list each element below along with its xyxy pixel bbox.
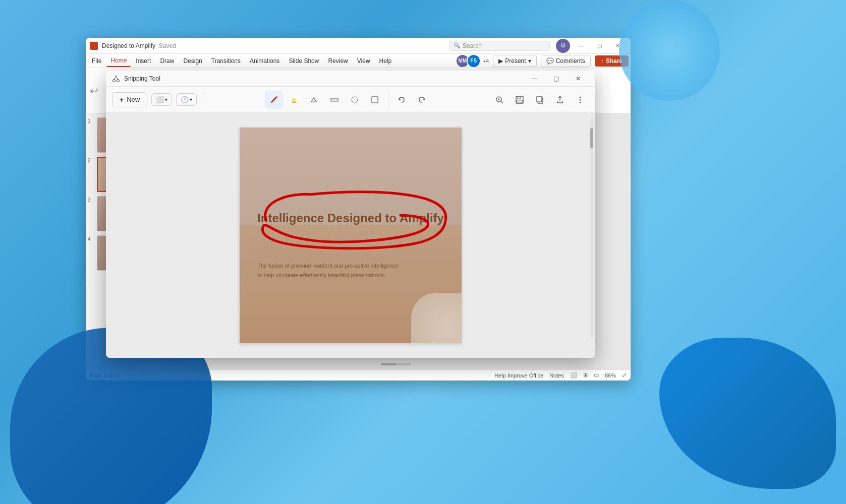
- fullscreen-icon[interactable]: ⤢: [622, 372, 627, 379]
- help-improve: Help Improve Office: [494, 372, 543, 379]
- menu-animations[interactable]: Animations: [246, 55, 284, 67]
- snip-slide-decoration: [411, 293, 462, 343]
- snip-timer-icon: 🕐: [181, 96, 189, 103]
- menu-insert[interactable]: Insert: [132, 55, 155, 67]
- slide-num-2: 2: [88, 157, 95, 163]
- menu-draw[interactable]: Draw: [156, 55, 178, 67]
- comments-button[interactable]: 💬 Comments: [541, 55, 591, 67]
- tools-separator: [388, 92, 388, 107]
- line-icon: [330, 95, 339, 104]
- crop-icon: [370, 95, 379, 104]
- crop-tool-button[interactable]: [366, 91, 384, 109]
- svg-rect-20: [517, 100, 523, 103]
- snip-slide-subtitle: The fusion of premium content and pro-ac…: [257, 261, 444, 280]
- horizontal-scrollbar[interactable]: [381, 363, 411, 365]
- ppt-title: Designed to Amplify Saved: [102, 42, 449, 49]
- snip-app-name: Snipping Tool: [124, 75, 523, 82]
- snip-window-controls: — ▢ ✕: [523, 71, 589, 87]
- snip-mode-icon: ⬜: [156, 96, 164, 103]
- ppt-minimize-button[interactable]: —: [572, 38, 590, 54]
- menu-transitions[interactable]: Transitions: [207, 55, 245, 67]
- collab-count: +4: [483, 58, 489, 64]
- share-icon: [555, 95, 565, 104]
- collab-avatar-fs: FS: [467, 54, 481, 68]
- menu-review[interactable]: Review: [324, 55, 352, 67]
- snip-new-label: New: [127, 96, 140, 103]
- svg-rect-11: [372, 97, 378, 103]
- snip-new-button[interactable]: + New: [112, 92, 147, 107]
- snip-mode-chevron: ▾: [165, 97, 167, 102]
- snip-slide-title: Intelligence Designed to Amplify: [257, 211, 444, 225]
- svg-line-2: [114, 77, 116, 80]
- save-button[interactable]: [511, 91, 529, 109]
- more-options-button[interactable]: [571, 91, 589, 109]
- user-avatar: U: [556, 39, 570, 53]
- snip-minimize-button[interactable]: —: [523, 71, 545, 87]
- menu-file[interactable]: File: [88, 55, 105, 67]
- svg-point-25: [579, 99, 581, 100]
- present-button[interactable]: ▶ Present ▾: [493, 55, 536, 67]
- ppt-save-status: Saved: [159, 42, 176, 49]
- svg-rect-5: [292, 102, 296, 103]
- zoom-in-button[interactable]: [490, 91, 509, 109]
- copy-button[interactable]: [531, 91, 549, 109]
- snip-subtitle-line2: to help us create effortlessly beautiful…: [257, 272, 385, 278]
- drawing-tools: [265, 91, 431, 109]
- slide-top-area: [240, 128, 462, 225]
- svg-rect-22: [537, 96, 542, 102]
- snip-scrollbar[interactable]: [590, 118, 593, 338]
- snip-redo-button[interactable]: [413, 91, 431, 109]
- zoom-icon: [495, 95, 504, 104]
- undo-icon: [397, 95, 406, 104]
- snip-mode-button[interactable]: ⬜ ▾: [151, 93, 172, 106]
- ppt-search-box[interactable]: 🔍 Search: [449, 41, 550, 51]
- svg-rect-18: [516, 96, 523, 103]
- menu-help[interactable]: Help: [375, 55, 396, 67]
- notes-button[interactable]: Notes: [549, 372, 564, 379]
- snip-canvas[interactable]: Intelligence Designed to Amplify The fus…: [106, 113, 595, 358]
- ruler-tool-button[interactable]: [325, 91, 344, 109]
- snipping-tool-window: Snipping Tool — ▢ ✕ + New ⬜ ▾ 🕐 ▾: [106, 71, 595, 358]
- plus-icon: +: [120, 96, 124, 104]
- snip-titlebar: Snipping Tool — ▢ ✕: [106, 71, 595, 87]
- highlighter-tool-button[interactable]: [285, 91, 303, 109]
- snipping-tool-logo-icon: [112, 75, 120, 83]
- view-normal-icon[interactable]: ⬜: [570, 372, 577, 379]
- svg-point-26: [579, 101, 581, 103]
- ppt-maximize-button[interactable]: ▢: [590, 38, 608, 54]
- menu-home[interactable]: Home: [106, 55, 131, 67]
- eraser-tool-button[interactable]: [305, 91, 323, 109]
- menu-slideshow[interactable]: Slide Show: [285, 55, 323, 67]
- save-icon: [515, 95, 524, 104]
- zoom-level: 86%: [605, 372, 616, 379]
- lasso-tool-button[interactable]: [346, 91, 364, 109]
- snip-maximize-button[interactable]: ▢: [545, 71, 567, 87]
- snip-undo-button[interactable]: [392, 91, 411, 109]
- menu-view[interactable]: View: [353, 55, 374, 67]
- comments-label: Comments: [556, 57, 585, 65]
- snip-slide-image: Intelligence Designed to Amplify The fus…: [240, 128, 462, 343]
- svg-point-24: [579, 96, 581, 98]
- menu-design[interactable]: Design: [179, 55, 206, 67]
- horizontal-scrollbar-thumb: [381, 363, 396, 365]
- ppt-user-avatar-btn[interactable]: U: [554, 38, 572, 54]
- svg-line-3: [116, 77, 118, 80]
- slide-num-4: 4: [88, 235, 95, 242]
- snip-toolbar: + New ⬜ ▾ 🕐 ▾: [106, 87, 595, 113]
- share-icon: ↑: [601, 57, 604, 65]
- search-label: Search: [463, 42, 482, 49]
- slide-num-3: 3: [88, 196, 95, 203]
- ribbon-undo-icon[interactable]: ↩: [90, 85, 98, 96]
- lasso-icon: [350, 95, 359, 104]
- ppt-window-controls: U — ▢ ✕: [554, 38, 627, 54]
- win11-blob-3: [619, 0, 720, 101]
- view-reading-icon[interactable]: ▭: [594, 372, 599, 379]
- view-slide-sorter-icon[interactable]: ⊞: [583, 372, 588, 379]
- snip-close-button[interactable]: ✕: [567, 71, 589, 87]
- svg-point-1: [117, 79, 120, 82]
- share-snip-button[interactable]: [551, 91, 569, 109]
- pen-tool-button[interactable]: [265, 91, 283, 109]
- snip-timer-button[interactable]: 🕐 ▾: [176, 93, 197, 106]
- search-icon: 🔍: [454, 42, 461, 49]
- snip-subtitle-line1: The fusion of premium content and pro-ac…: [257, 263, 398, 269]
